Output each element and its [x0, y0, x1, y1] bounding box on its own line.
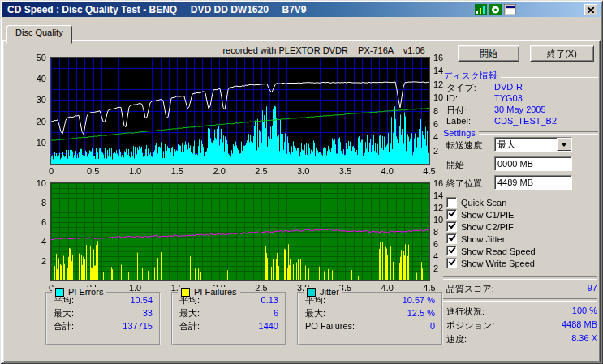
tick-label: 0.5	[82, 166, 105, 176]
quality-score-label: 品質スコア:	[446, 283, 494, 295]
tick-label: 4.5	[418, 166, 441, 176]
stat-value: 6	[274, 308, 278, 318]
disc-type-row: タイプ: DVD-R	[446, 82, 597, 94]
legend-name: PI Failures	[194, 287, 237, 297]
tick-label: 6	[24, 217, 46, 227]
position-value: 4488 MB	[562, 319, 597, 332]
stat-value: 0.13	[261, 295, 278, 305]
position-row: ポジション: 4488 MB	[446, 319, 597, 332]
tick-label: 2	[24, 256, 46, 266]
transfer-speed-value: 最大	[495, 138, 557, 151]
start-position-input[interactable]	[494, 156, 572, 171]
tick-label: 2.5	[250, 166, 273, 176]
disc-id-label: ID:	[446, 93, 494, 103]
disc-id-value: TYG03	[494, 93, 523, 103]
disc-date-value: 30 May 2005	[494, 105, 546, 117]
pi-errors-swatch-icon	[55, 288, 64, 297]
stat-value: 1440	[259, 321, 278, 331]
pi-failures-chart	[51, 183, 429, 280]
close-button[interactable]	[584, 4, 597, 15]
check-icon	[449, 209, 456, 216]
checkbox-box[interactable]	[446, 197, 457, 208]
legend-name: Jitter	[320, 287, 339, 297]
exit-button[interactable]: 終了(X)	[530, 45, 594, 62]
tick-label: 8	[24, 198, 46, 208]
checkbox-box[interactable]	[446, 209, 457, 220]
legend-row: 最大:6	[179, 306, 278, 319]
disc-label-row: Label: CDS_TEST_B2	[446, 116, 597, 126]
position-label: ポジション:	[446, 319, 494, 332]
checkbox-show-write-speed[interactable]: Show Write Speed	[446, 258, 535, 268]
checkbox-box[interactable]	[446, 221, 457, 232]
speed-label: 速度:	[446, 333, 467, 345]
check-icon	[449, 221, 456, 229]
stat-label: 合計:	[179, 320, 200, 332]
dropdown-button[interactable]	[557, 138, 571, 151]
chart-icon[interactable]	[475, 4, 487, 15]
end-position-input[interactable]	[494, 175, 572, 190]
jitter-legend: Jitter 平均:10.57 % 最大:12.5 % PO Failures:…	[297, 292, 443, 345]
checkbox-quick-scan[interactable]: Quick Scan	[446, 197, 506, 208]
checkbox-label: Show C2/PIF	[461, 222, 514, 232]
speed-row: 速度: 8.36 X	[446, 333, 597, 345]
checkbox-box[interactable]	[446, 233, 457, 244]
disc-label-label: Label:	[446, 116, 494, 126]
stat-value: 137715	[123, 321, 153, 331]
stat-value: 10.54	[130, 295, 153, 305]
checkbox-show-read-speed[interactable]: Show Read Speed	[446, 246, 536, 256]
checkbox-label: Show Read Speed	[461, 246, 536, 256]
tab-panel: recorded with PLEXTOR DVDR PX-716A v1.06…	[2, 40, 601, 362]
tick-label: 2.0	[208, 166, 230, 176]
checkbox-label: Show Jitter	[461, 234, 505, 244]
pi-errors-legend: PI Errors 平均:10.54 最大:33 合計:137715	[45, 292, 161, 345]
titlebar[interactable]: CD Speed : Disc Quality Test - BENQ DVD …	[2, 2, 601, 17]
stat-value: 12.5 %	[407, 308, 435, 318]
disc-info-header-label: ディスク情報	[443, 70, 497, 82]
jitter-swatch-icon	[307, 288, 316, 297]
transfer-speed-select[interactable]: 最大	[494, 137, 572, 152]
tick-label: 50	[24, 53, 46, 62]
disc-icon[interactable]	[489, 4, 502, 15]
disc-type-label: タイプ:	[446, 82, 494, 94]
tick-label: 1.0	[124, 166, 147, 176]
tab-disc-quality[interactable]: Disc Quality	[6, 25, 72, 44]
recorded-with-note: recorded with PLEXTOR DVDR PX-716A v1.06	[166, 45, 482, 55]
disc-label-value: CDS_TEST_B2	[494, 116, 557, 126]
stat-label: 最大:	[179, 307, 200, 319]
legend-title: Jitter	[304, 287, 342, 297]
checkbox-box[interactable]	[446, 258, 457, 268]
checkbox-show-jitter[interactable]: Show Jitter	[446, 233, 505, 244]
tick-label: 10	[24, 178, 46, 188]
legend-name: PI Errors	[68, 287, 103, 297]
check-icon	[449, 233, 456, 241]
stat-value: 10.57 %	[403, 295, 435, 305]
checkbox-show-c2-pif[interactable]: Show C2/PIF	[446, 221, 514, 232]
pi-errors-chart	[51, 58, 429, 164]
disc-date-row: 日付: 30 May 2005	[446, 105, 597, 117]
divider	[443, 276, 597, 280]
stat-label: 合計:	[54, 320, 74, 332]
tick-label: 30	[24, 95, 46, 105]
transfer-speed-label: 転送速度	[446, 139, 482, 152]
settings-header-label: Settings	[443, 128, 476, 138]
stat-value: 33	[143, 308, 153, 318]
checkbox-show-c1-pie[interactable]: Show C1/PIE	[446, 209, 514, 220]
legend-title: PI Errors	[52, 287, 106, 297]
stat-label: 最大:	[305, 307, 325, 319]
checkbox-label: Quick Scan	[461, 198, 506, 208]
window-icon[interactable]	[504, 4, 516, 15]
disc-type-value: DVD-R	[494, 82, 523, 94]
checkbox-box[interactable]	[446, 246, 457, 256]
progress-value: 100 %	[572, 306, 597, 318]
legend-row: PO Failures:0	[305, 319, 435, 332]
tick-label: 4.0	[376, 166, 398, 176]
start-button[interactable]: 開始	[458, 45, 519, 62]
check-icon	[449, 246, 456, 253]
tick-label: 40	[24, 74, 46, 84]
divider	[443, 298, 597, 302]
legend-title: PI Failures	[178, 287, 240, 297]
divider	[501, 75, 598, 78]
start-position-label: 開始	[446, 159, 464, 171]
close-icon	[588, 7, 594, 13]
app-window: CD Speed : Disc Quality Test - BENQ DVD …	[0, 0, 603, 364]
